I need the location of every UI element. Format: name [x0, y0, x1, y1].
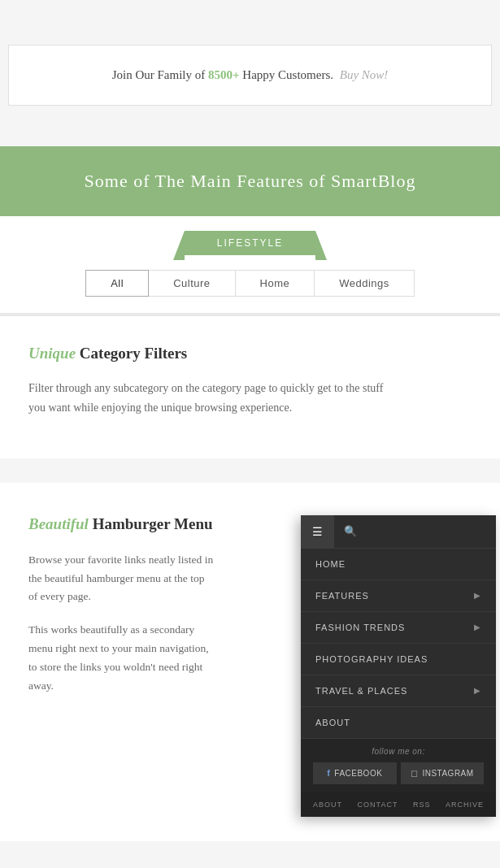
hamburger-para2: This works beautifully as a secondary me…: [28, 621, 293, 696]
menu-item-home[interactable]: HOME: [301, 549, 496, 580]
category-title: Unique Category Filters: [28, 345, 472, 362]
menu-item-fashion-trends[interactable]: FASHION TRENDS ▶: [301, 612, 496, 644]
category-desc: Filter through any subcategory on the ca…: [28, 379, 472, 418]
lifestyle-section: LIFESTYLE All Culture Home Weddings: [0, 216, 500, 313]
search-icon: 🔍: [344, 525, 357, 537]
filter-home[interactable]: Home: [236, 270, 315, 297]
hamburger-section: Beautiful Hamburger Menu Browse your fav…: [0, 483, 500, 841]
menu-top-bar: ☰ 🔍: [301, 515, 496, 549]
bottom-link-archive[interactable]: ARCHIVE: [446, 801, 484, 809]
menu-footer: follow me on: f FACEBOOK ◻ INSTAGRAM: [301, 739, 496, 792]
lifestyle-label: LIFESTYLE: [217, 237, 283, 249]
bottom-spacer: [0, 841, 500, 868]
chevron-right-icon: ▶: [474, 591, 481, 600]
category-title-highlight: Unique: [28, 345, 76, 362]
features-title: Some of The Main Features of SmartBlog: [16, 171, 484, 192]
menu-search-button[interactable]: 🔍: [334, 515, 367, 547]
chevron-right-icon: ▶: [474, 686, 481, 695]
menu-item-photography-ideas[interactable]: PHOTOGRAPHY IDEAS: [301, 644, 496, 675]
bottom-link-about[interactable]: ABOUT: [313, 801, 342, 809]
menu-item-about[interactable]: ABOUT: [301, 707, 496, 739]
filter-all[interactable]: All: [85, 270, 149, 297]
lifestyle-tab[interactable]: LIFESTYLE: [185, 231, 315, 255]
section-gap: [0, 458, 500, 483]
menu-hamburger-button[interactable]: ☰: [301, 515, 334, 548]
filter-weddings[interactable]: Weddings: [315, 270, 415, 297]
join-number: 8500+: [208, 68, 240, 81]
bottom-link-rss[interactable]: RSS: [413, 801, 431, 809]
join-banner: Join Our Family of 8500+ Happy Customers…: [8, 45, 492, 106]
hamburger-text: Beautiful Hamburger Menu Browse your fav…: [0, 515, 301, 711]
buy-now-link[interactable]: Buy Now!: [340, 68, 389, 81]
mid-spacer: [0, 106, 500, 146]
menu-social-row: f FACEBOOK ◻ INSTAGRAM: [313, 762, 484, 784]
menu-item-features[interactable]: FEATURES ▶: [301, 580, 496, 612]
instagram-button[interactable]: ◻ INSTAGRAM: [401, 762, 485, 784]
hamburger-title-rest: Hamburger Menu: [89, 515, 213, 532]
top-spacer: [0, 0, 500, 45]
hamburger-title: Beautiful Hamburger Menu: [28, 515, 293, 533]
category-section: Unique Category Filters Filter through a…: [0, 316, 500, 458]
category-title-rest: Category Filters: [76, 345, 187, 362]
hamburger-title-highlight: Beautiful: [28, 515, 89, 532]
instagram-icon: ◻: [411, 768, 419, 779]
facebook-button[interactable]: f FACEBOOK: [313, 762, 397, 784]
chevron-right-icon: ▶: [474, 623, 481, 631]
menu-item-travel-places[interactable]: TRAVEL & PLACES ▶: [301, 675, 496, 707]
filter-row: All Culture Home Weddings: [0, 255, 500, 313]
hamburger-para1: Browse your favorite links neatly listed…: [28, 551, 293, 607]
menu-bottom-links: ABOUT CONTACT RSS ARCHIVE: [301, 792, 496, 817]
join-prefix: Join Our Family of: [112, 68, 208, 81]
join-suffix: Happy Customers.: [242, 68, 333, 81]
menu-mockup: ☰ 🔍 HOME FEATURES ▶ FASHION TRENDS ▶ PHO…: [301, 515, 496, 817]
filter-culture[interactable]: Culture: [149, 270, 235, 297]
facebook-icon: f: [327, 768, 330, 778]
bottom-link-contact[interactable]: CONTACT: [358, 801, 398, 809]
lifestyle-tab-row: LIFESTYLE: [0, 216, 500, 255]
hamburger-content: Beautiful Hamburger Menu Browse your fav…: [0, 483, 500, 817]
features-header: Some of The Main Features of SmartBlog: [0, 146, 500, 216]
menu-follow-text: follow me on:: [313, 747, 484, 756]
